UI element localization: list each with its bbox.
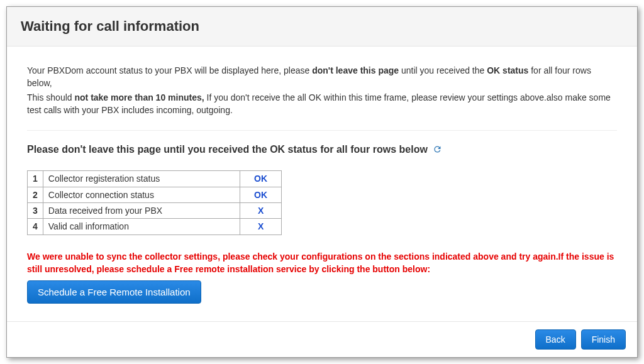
intro-line1-mid: until you received the: [399, 65, 487, 75]
table-row: 1 Collector registeration status OK: [28, 171, 282, 187]
table-row: 3 Data received from your PBX X: [28, 202, 282, 218]
status-table-body: 1 Collector registeration status OK 2 Co…: [28, 171, 282, 234]
intro-line1-bold1: don't leave this page: [312, 65, 399, 75]
schedule-remote-install-button[interactable]: Schedule a Free Remote Installation: [27, 280, 201, 304]
row-label: Collector connection status: [43, 187, 240, 202]
intro-line2-pre: This should: [27, 92, 74, 102]
row-index: 1: [28, 171, 43, 187]
row-index: 4: [28, 219, 43, 234]
row-index: 3: [28, 202, 43, 218]
finish-button[interactable]: Finish: [581, 329, 626, 350]
row-label: Valid call information: [43, 219, 240, 234]
row-status: OK: [240, 171, 282, 187]
row-label: Collector registeration status: [43, 171, 240, 187]
status-table: 1 Collector registeration status OK 2 Co…: [27, 170, 282, 234]
modal-header: Waiting for call information: [7, 7, 637, 47]
modal-footer: Back Finish: [7, 321, 637, 357]
intro-line-1: Your PBXDom account status to your PBX w…: [27, 64, 617, 90]
modal-body[interactable]: Your PBXDom account status to your PBX w…: [7, 47, 637, 321]
modal-title: Waiting for call information: [21, 18, 623, 35]
refresh-icon[interactable]: [433, 145, 442, 154]
row-status: X: [240, 202, 282, 218]
subheading: Please don't leave this page until you r…: [27, 142, 428, 157]
back-button[interactable]: Back: [535, 329, 576, 350]
error-message: We were unable to sync the collector set…: [27, 250, 617, 276]
row-label: Data received from your PBX: [43, 202, 240, 218]
row-index: 2: [28, 187, 43, 202]
modal-dialog: Waiting for call information Your PBXDom…: [6, 6, 638, 358]
intro-line2-bold: not take more than 10 minutes,: [74, 92, 204, 102]
intro-text: Your PBXDom account status to your PBX w…: [27, 64, 617, 131]
table-row: 2 Collector connection status OK: [28, 187, 282, 202]
intro-line-2: This should not take more than 10 minute…: [27, 91, 617, 117]
intro-line1-bold2: OK status: [487, 65, 528, 75]
row-status: X: [240, 219, 282, 234]
table-row: 4 Valid call information X: [28, 219, 282, 234]
subheading-row: Please don't leave this page until you r…: [27, 142, 617, 157]
row-status: OK: [240, 187, 282, 202]
intro-line1-pre: Your PBXDom account status to your PBX w…: [27, 65, 312, 75]
